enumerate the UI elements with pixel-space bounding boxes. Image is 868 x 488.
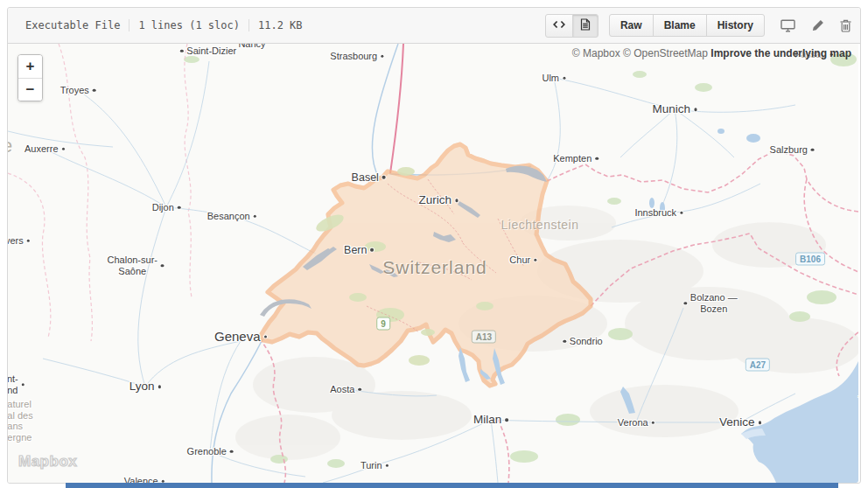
city-label: Dijon xyxy=(152,202,181,213)
city-name: Ulm xyxy=(542,73,559,84)
history-button[interactable]: History xyxy=(706,14,765,37)
country-label: Liechtenstein xyxy=(500,218,578,232)
city-dot xyxy=(680,211,683,214)
delete-file-button[interactable] xyxy=(840,19,851,32)
file-info: Executable File 1 lines (1 sloc) 11.2 KB xyxy=(17,19,312,31)
city-dot xyxy=(386,464,389,467)
device-desktop-icon xyxy=(780,19,795,32)
city-label: Saint-Dizier xyxy=(180,45,236,57)
city-label: Aosta xyxy=(330,384,361,395)
city-name: ont-and xyxy=(8,373,18,395)
mapbox-watermark: Mapbox xyxy=(18,453,77,471)
city-dot xyxy=(158,385,162,388)
blame-button[interactable]: Blame xyxy=(653,14,707,37)
zoom-in-button[interactable]: + xyxy=(18,55,42,78)
bottom-blue-bar xyxy=(66,483,838,488)
city-label: Troyes xyxy=(60,85,96,96)
raw-button[interactable]: Raw xyxy=(609,14,654,37)
city-label: Innsbruck xyxy=(634,207,682,219)
city-dot xyxy=(178,206,181,209)
city-label: Venice xyxy=(719,415,761,429)
city-dot xyxy=(534,258,537,261)
city-name: Chur xyxy=(509,254,530,266)
city-name: Grenoble xyxy=(187,446,227,457)
city-label: Chur xyxy=(509,254,536,266)
city-label: Sondrio xyxy=(563,336,602,347)
map-attribution: © Mapbox © OpenStreetMap Improve the und… xyxy=(572,47,851,59)
city-dot xyxy=(264,335,268,338)
city-name: Bern xyxy=(344,244,367,256)
open-in-desktop-button[interactable] xyxy=(780,19,795,32)
city-dot xyxy=(683,302,687,305)
city-dot xyxy=(93,88,96,92)
city-name: Aosta xyxy=(330,384,354,395)
map-zoom-control: + − xyxy=(18,54,43,101)
file-mode: Executable File xyxy=(17,19,129,31)
city-name: Saint-Dizier xyxy=(186,45,236,57)
city-label: Nancy xyxy=(238,44,265,49)
header-actions: Raw Blame History xyxy=(545,14,851,38)
city-dot xyxy=(811,148,815,151)
city-name: Nancy xyxy=(238,44,265,49)
zoom-out-button[interactable]: − xyxy=(18,78,42,101)
map-canvas[interactable]: NancySaint-DizierStrasbourgPassauTroyesU… xyxy=(8,44,858,483)
city-label: Lyon xyxy=(130,380,161,394)
city-name: Basel xyxy=(352,171,379,184)
city-name: Dijon xyxy=(152,202,174,213)
city-label: Verona xyxy=(618,417,654,429)
edit-file-button[interactable] xyxy=(811,19,824,32)
city-name: Salzburg xyxy=(770,144,808,156)
city-dot xyxy=(595,157,598,160)
road-badge: A13 xyxy=(472,331,496,344)
city-label: Zurich xyxy=(418,193,458,207)
source-view-button[interactable] xyxy=(545,14,573,38)
city-label: Basel xyxy=(352,171,386,184)
city-dot xyxy=(22,383,25,387)
city-dot xyxy=(161,264,164,268)
trash-icon xyxy=(840,19,851,32)
road-badge: 9 xyxy=(376,317,390,331)
city-dot xyxy=(180,49,184,52)
file-header: Executable File 1 lines (1 sloc) 11.2 KB xyxy=(8,8,860,44)
city-label: evers xyxy=(8,235,30,247)
city-label: Besançon xyxy=(207,211,256,222)
city-dot xyxy=(694,108,697,111)
city-name: Geneva xyxy=(214,329,261,344)
city-dot xyxy=(358,387,361,391)
city-label: Milan xyxy=(473,413,508,427)
city-label: Strasbourg xyxy=(330,51,383,62)
improve-map-link[interactable]: Improve the underlying map xyxy=(710,47,851,59)
city-label: Valence xyxy=(124,476,164,483)
city-label: Ulm xyxy=(542,73,565,84)
city-name: Verona xyxy=(618,417,648,429)
city-label: Chalon-sur-Saône xyxy=(108,254,164,276)
city-dot xyxy=(254,214,257,218)
road-badge: B106 xyxy=(795,253,825,266)
city-name: Zurich xyxy=(418,193,452,207)
city-name: Innsbruck xyxy=(634,207,676,219)
file-viewer: Executable File 1 lines (1 sloc) 11.2 KB xyxy=(7,7,861,484)
city-dot xyxy=(505,418,508,422)
city-dot xyxy=(62,147,66,150)
view-toggle-group xyxy=(545,14,598,38)
country-label: Switzerland xyxy=(382,257,487,278)
osm-attribution-link[interactable]: © OpenStreetMap xyxy=(623,47,708,59)
city-dot xyxy=(563,339,566,343)
city-dot xyxy=(759,421,762,424)
city-name: Sondrio xyxy=(570,336,603,347)
country-label: e xyxy=(8,135,12,157)
map-labels-layer: NancySaint-DizierStrasbourgPassauTroyesU… xyxy=(8,44,858,483)
code-icon xyxy=(553,18,565,33)
city-name: Turin xyxy=(360,460,382,471)
city-name: Kempten xyxy=(553,153,592,164)
city-dot xyxy=(563,76,566,80)
city-label: Bolzano —Bozen xyxy=(683,292,737,314)
city-name: Strasbourg xyxy=(330,51,377,62)
city-label: Munich xyxy=(652,102,696,116)
file-actions-group: Raw Blame History xyxy=(609,14,765,37)
mapbox-attribution-link[interactable]: © Mapbox xyxy=(572,47,620,59)
city-name: evers xyxy=(8,235,24,247)
city-label: Auxerre xyxy=(24,143,65,155)
city-name: Munich xyxy=(652,102,690,116)
rendered-view-button[interactable] xyxy=(572,14,598,38)
